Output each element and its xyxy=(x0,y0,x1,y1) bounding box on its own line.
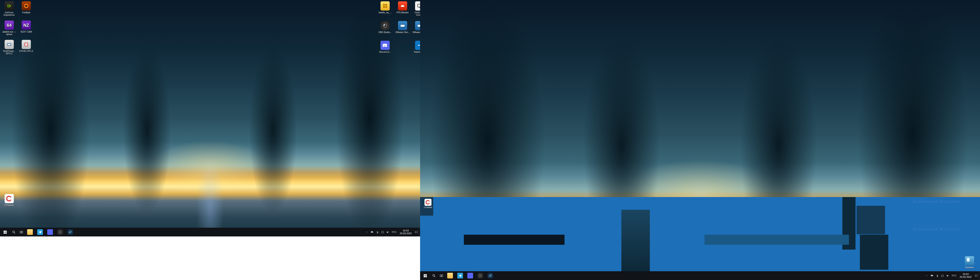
desktop-icon-nzxt[interactable]: NZ NZXT CAM xyxy=(18,20,35,38)
svg-rect-37 xyxy=(425,276,427,277)
taskbar-pinned-discord[interactable] xyxy=(465,271,475,280)
desktop-icon-ccleaner[interactable]: CCleaner xyxy=(1,193,18,212)
icon-label: FPS Monitor xyxy=(396,11,409,14)
taskview-button[interactable] xyxy=(438,271,445,280)
cpuz-icon xyxy=(22,40,31,49)
icon-label: NZXT CAM xyxy=(21,31,32,33)
tray-bluetooth-icon[interactable] xyxy=(935,271,940,280)
svg-rect-17 xyxy=(401,24,404,25)
taskbar-pinned-telegram[interactable] xyxy=(35,228,45,236)
taskbar-pinned-obs[interactable] xyxy=(475,271,485,280)
icon-label: OBS Studio... xyxy=(379,31,392,33)
taskbar-clock[interactable]: 16:53 29.03.2022 xyxy=(958,273,974,278)
tray-language[interactable]: РУС xyxy=(950,271,958,280)
search-button[interactable] xyxy=(10,228,18,236)
tray-volume-icon[interactable] xyxy=(385,228,391,236)
svg-point-38 xyxy=(433,274,434,276)
desktop-icon-discord[interactable]: Discord (3... xyxy=(377,40,393,59)
svg-rect-8 xyxy=(385,4,387,6)
svg-rect-9 xyxy=(383,6,385,8)
svg-rect-23 xyxy=(3,231,5,232)
action-center-icon[interactable] xyxy=(974,271,979,280)
desktop-icon-furmark[interactable]: FurMark xyxy=(18,0,35,19)
desktop-icon-obs[interactable]: OBS Studio... xyxy=(377,20,393,39)
svg-rect-10 xyxy=(385,6,387,8)
system-tray: РУС 16:53 29.03.2022 xyxy=(364,228,420,236)
clock-date: 29.03.2022 xyxy=(400,232,412,235)
svg-rect-26 xyxy=(5,232,6,234)
svg-rect-25 xyxy=(3,232,5,234)
taskbar-right: РУС 16:53 29.03.2022 xyxy=(420,271,980,280)
icon-label: CCleaner xyxy=(5,204,14,207)
search-button[interactable] xyxy=(430,271,438,280)
ghost-ccleaner-icon[interactable]: CCleaner xyxy=(422,199,434,208)
nzxt-icon: NZ xyxy=(22,21,31,30)
taskbar-pinned-discord[interactable] xyxy=(45,228,55,236)
tray-chevron-icon[interactable] xyxy=(924,271,929,280)
icon-label: VMware Hori... xyxy=(395,31,410,33)
obs-icon xyxy=(57,229,63,235)
svg-rect-39 xyxy=(440,275,441,277)
icon-label: Discord (3... xyxy=(379,51,391,53)
start-button[interactable] xyxy=(0,228,10,236)
taskbar-pinned-obs[interactable] xyxy=(55,228,65,236)
desktop-icon-ccleaner-wrap: CCleaner xyxy=(0,192,18,212)
desktop-icon-vmware1[interactable]: VMware Hori... xyxy=(394,20,411,39)
tray-network-icon[interactable] xyxy=(380,228,385,236)
right-desktop: Активация Windows Активация Windows CCle… xyxy=(420,0,980,280)
explorer-icon xyxy=(27,229,33,235)
fps-monitor-icon xyxy=(398,1,407,11)
svg-rect-34 xyxy=(423,274,425,275)
tray-chevron-icon[interactable] xyxy=(364,228,369,236)
start-button[interactable] xyxy=(420,271,430,280)
svg-point-41 xyxy=(490,275,491,275)
desktop-icon-aida64[interactable]: 64 aida64.exe — ярлык xyxy=(1,20,18,38)
desktop-icon-cpuz[interactable]: CPUID CPU-Z xyxy=(18,39,35,58)
tray-network-icon[interactable] xyxy=(940,271,945,280)
hwinfo-icon xyxy=(380,1,390,11)
svg-rect-35 xyxy=(425,274,427,275)
show-desktop-button[interactable] xyxy=(979,271,980,280)
svg-rect-43 xyxy=(942,275,944,277)
obs-icon xyxy=(477,273,483,278)
desktop-icon-gpuz[interactable]: TechPower... GPU-Z xyxy=(1,39,18,58)
clock-date: 29.03.2022 xyxy=(960,275,972,278)
desktop-icon-fpsmonitor[interactable]: FPS Monitor xyxy=(394,0,411,19)
icon-label: Корзина xyxy=(965,266,974,269)
ccleaner-icon xyxy=(5,194,14,203)
tray-onedrive-icon[interactable] xyxy=(369,228,375,236)
tray-onedrive-icon[interactable] xyxy=(929,271,935,280)
blank-area xyxy=(0,236,420,280)
taskbar-pinned-steam[interactable] xyxy=(65,228,75,236)
taskview-button[interactable] xyxy=(18,228,25,236)
telegram-icon xyxy=(457,273,463,278)
svg-rect-24 xyxy=(5,231,6,232)
svg-rect-6 xyxy=(25,43,27,46)
desktop-icon-geforce[interactable]: GeForce Experience xyxy=(1,0,18,19)
desktop-icon-hwinfo[interactable]: hwinfo_na_... xyxy=(377,0,393,19)
aida64-icon: 64 xyxy=(5,21,14,30)
tray-bluetooth-icon[interactable] xyxy=(375,228,380,236)
discord-icon xyxy=(467,273,473,278)
svg-rect-2 xyxy=(8,44,11,45)
tray-volume-icon[interactable] xyxy=(945,271,950,280)
discord-icon xyxy=(47,229,53,235)
taskbar-pinned-explorer[interactable] xyxy=(25,228,35,236)
action-center-icon[interactable] xyxy=(414,228,419,236)
svg-rect-40 xyxy=(442,275,443,277)
svg-rect-7 xyxy=(383,4,385,6)
icon-label: CCleaner xyxy=(424,206,432,208)
desktop-icon-recycle-bin[interactable]: Корзина xyxy=(962,256,977,269)
clock-time: 16:53 xyxy=(960,273,972,275)
svg-point-14 xyxy=(384,45,385,46)
taskbar-pinned-telegram[interactable] xyxy=(455,271,465,280)
telegram-icon xyxy=(37,229,43,235)
taskbar-pinned-explorer[interactable] xyxy=(445,271,455,280)
taskbar-left: РУС 16:53 29.03.2022 xyxy=(0,228,420,236)
nvidia-icon xyxy=(5,1,14,11)
discord-icon xyxy=(380,41,390,50)
tray-language[interactable]: РУС xyxy=(391,228,398,236)
taskbar-pinned-steam[interactable] xyxy=(485,271,495,280)
taskbar-clock[interactable]: 16:53 29.03.2022 xyxy=(398,229,414,235)
svg-rect-32 xyxy=(382,232,384,233)
